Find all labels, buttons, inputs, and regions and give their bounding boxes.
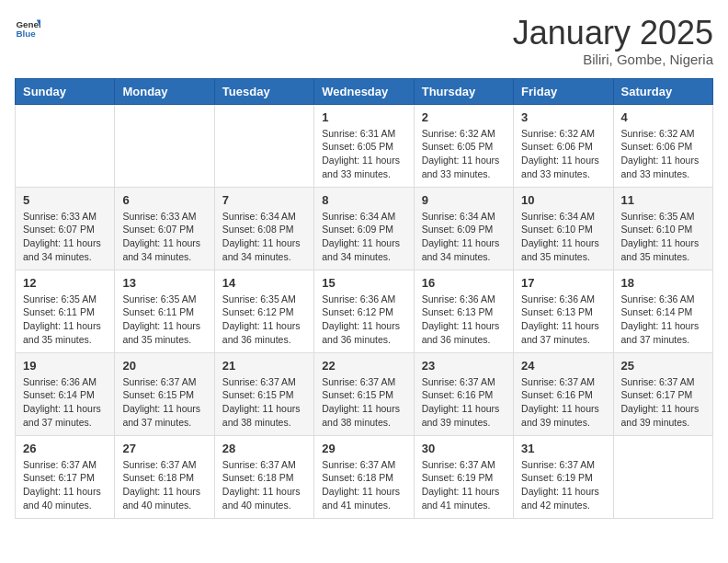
calendar-cell: 15Sunrise: 6:36 AM Sunset: 6:12 PM Dayli… [314, 270, 414, 352]
day-info: Sunrise: 6:35 AM Sunset: 6:11 PM Dayligh… [122, 293, 206, 347]
day-number: 25 [621, 359, 705, 373]
day-info: Sunrise: 6:36 AM Sunset: 6:13 PM Dayligh… [422, 293, 506, 347]
calendar-cell: 16Sunrise: 6:36 AM Sunset: 6:13 PM Dayli… [414, 270, 513, 352]
day-number: 13 [122, 276, 206, 290]
day-info: Sunrise: 6:34 AM Sunset: 6:08 PM Dayligh… [222, 210, 306, 264]
calendar-cell: 17Sunrise: 6:36 AM Sunset: 6:13 PM Dayli… [514, 270, 613, 352]
day-info: Sunrise: 6:37 AM Sunset: 6:19 PM Dayligh… [422, 458, 506, 512]
calendar-cell: 19Sunrise: 6:36 AM Sunset: 6:14 PM Dayli… [16, 352, 115, 435]
calendar-week-row: 26Sunrise: 6:37 AM Sunset: 6:17 PM Dayli… [16, 435, 713, 518]
day-info: Sunrise: 6:36 AM Sunset: 6:13 PM Dayligh… [521, 293, 605, 347]
day-number: 17 [521, 276, 605, 290]
day-info: Sunrise: 6:34 AM Sunset: 6:09 PM Dayligh… [322, 210, 405, 264]
day-number: 24 [521, 359, 605, 373]
weekday-header: Thursday [414, 78, 513, 104]
calendar-cell: 29Sunrise: 6:37 AM Sunset: 6:18 PM Dayli… [314, 435, 414, 518]
calendar-cell: 23Sunrise: 6:37 AM Sunset: 6:16 PM Dayli… [414, 352, 513, 435]
calendar-cell [214, 104, 313, 187]
svg-text:Blue: Blue [16, 29, 36, 39]
day-number: 21 [222, 359, 306, 373]
day-info: Sunrise: 6:37 AM Sunset: 6:16 PM Dayligh… [521, 375, 605, 430]
calendar-cell: 22Sunrise: 6:37 AM Sunset: 6:15 PM Dayli… [314, 352, 414, 435]
day-number: 5 [23, 193, 107, 207]
location-subtitle: Biliri, Gombe, Nigeria [513, 52, 713, 67]
day-info: Sunrise: 6:34 AM Sunset: 6:09 PM Dayligh… [422, 210, 506, 264]
day-info: Sunrise: 6:33 AM Sunset: 6:07 PM Dayligh… [23, 210, 107, 264]
calendar-table: SundayMondayTuesdayWednesdayThursdayFrid… [15, 78, 713, 519]
calendar-cell: 21Sunrise: 6:37 AM Sunset: 6:15 PM Dayli… [214, 352, 313, 435]
day-info: Sunrise: 6:36 AM Sunset: 6:12 PM Dayligh… [322, 293, 405, 347]
calendar-cell: 18Sunrise: 6:36 AM Sunset: 6:14 PM Dayli… [613, 270, 712, 352]
calendar-cell: 28Sunrise: 6:37 AM Sunset: 6:18 PM Dayli… [214, 435, 313, 518]
weekday-header: Tuesday [214, 78, 313, 104]
logo: General Blue [15, 15, 40, 40]
day-info: Sunrise: 6:32 AM Sunset: 6:06 PM Dayligh… [621, 127, 705, 181]
day-info: Sunrise: 6:32 AM Sunset: 6:06 PM Dayligh… [521, 127, 605, 181]
calendar-cell [16, 104, 115, 187]
weekday-header-row: SundayMondayTuesdayWednesdayThursdayFrid… [16, 78, 713, 104]
calendar-cell [613, 435, 712, 518]
day-info: Sunrise: 6:36 AM Sunset: 6:14 PM Dayligh… [621, 293, 705, 347]
weekday-header: Friday [514, 78, 613, 104]
calendar-cell: 26Sunrise: 6:37 AM Sunset: 6:17 PM Dayli… [16, 435, 115, 518]
day-number: 14 [222, 276, 306, 290]
calendar-cell: 30Sunrise: 6:37 AM Sunset: 6:19 PM Dayli… [414, 435, 513, 518]
day-number: 6 [122, 193, 206, 207]
day-info: Sunrise: 6:35 AM Sunset: 6:12 PM Dayligh… [222, 293, 306, 347]
calendar-cell: 5Sunrise: 6:33 AM Sunset: 6:07 PM Daylig… [16, 187, 115, 270]
calendar-cell: 14Sunrise: 6:35 AM Sunset: 6:12 PM Dayli… [214, 270, 313, 352]
calendar-week-row: 12Sunrise: 6:35 AM Sunset: 6:11 PM Dayli… [16, 270, 713, 352]
day-info: Sunrise: 6:37 AM Sunset: 6:18 PM Dayligh… [222, 458, 306, 512]
day-number: 8 [322, 193, 405, 207]
calendar-cell: 8Sunrise: 6:34 AM Sunset: 6:09 PM Daylig… [314, 187, 414, 270]
day-number: 31 [521, 442, 605, 455]
calendar-cell: 11Sunrise: 6:35 AM Sunset: 6:10 PM Dayli… [613, 187, 712, 270]
day-info: Sunrise: 6:37 AM Sunset: 6:17 PM Dayligh… [621, 375, 705, 430]
day-number: 28 [222, 442, 306, 455]
day-number: 12 [23, 276, 107, 290]
day-number: 30 [422, 442, 506, 455]
calendar-week-row: 5Sunrise: 6:33 AM Sunset: 6:07 PM Daylig… [16, 187, 713, 270]
calendar-cell: 10Sunrise: 6:34 AM Sunset: 6:10 PM Dayli… [514, 187, 613, 270]
calendar-cell: 25Sunrise: 6:37 AM Sunset: 6:17 PM Dayli… [613, 352, 712, 435]
day-info: Sunrise: 6:37 AM Sunset: 6:15 PM Dayligh… [122, 375, 206, 430]
day-number: 9 [422, 193, 506, 207]
month-year-title: January 2025 [513, 15, 713, 52]
day-number: 29 [322, 442, 405, 455]
day-info: Sunrise: 6:35 AM Sunset: 6:10 PM Dayligh… [621, 210, 705, 264]
calendar-cell: 4Sunrise: 6:32 AM Sunset: 6:06 PM Daylig… [613, 104, 712, 187]
day-info: Sunrise: 6:37 AM Sunset: 6:15 PM Dayligh… [222, 375, 306, 430]
calendar-cell: 20Sunrise: 6:37 AM Sunset: 6:15 PM Dayli… [115, 352, 214, 435]
day-info: Sunrise: 6:35 AM Sunset: 6:11 PM Dayligh… [23, 293, 107, 347]
day-info: Sunrise: 6:37 AM Sunset: 6:18 PM Dayligh… [322, 458, 405, 512]
weekday-header: Sunday [16, 78, 115, 104]
calendar-cell: 9Sunrise: 6:34 AM Sunset: 6:09 PM Daylig… [414, 187, 513, 270]
day-number: 7 [222, 193, 306, 207]
calendar-cell [115, 104, 214, 187]
calendar-cell: 13Sunrise: 6:35 AM Sunset: 6:11 PM Dayli… [115, 270, 214, 352]
day-number: 4 [621, 110, 705, 124]
day-info: Sunrise: 6:37 AM Sunset: 6:19 PM Dayligh… [521, 458, 605, 512]
day-number: 18 [621, 276, 705, 290]
day-info: Sunrise: 6:37 AM Sunset: 6:15 PM Dayligh… [322, 375, 405, 430]
calendar-cell: 2Sunrise: 6:32 AM Sunset: 6:05 PM Daylig… [414, 104, 513, 187]
day-number: 11 [621, 193, 705, 207]
day-number: 26 [23, 442, 107, 455]
calendar-cell: 27Sunrise: 6:37 AM Sunset: 6:18 PM Dayli… [115, 435, 214, 518]
calendar-cell: 7Sunrise: 6:34 AM Sunset: 6:08 PM Daylig… [214, 187, 313, 270]
day-number: 15 [322, 276, 405, 290]
day-info: Sunrise: 6:32 AM Sunset: 6:05 PM Dayligh… [422, 127, 506, 181]
calendar-cell: 1Sunrise: 6:31 AM Sunset: 6:05 PM Daylig… [314, 104, 414, 187]
day-info: Sunrise: 6:31 AM Sunset: 6:05 PM Dayligh… [322, 127, 405, 181]
logo-icon: General Blue [15, 15, 40, 40]
calendar-cell: 12Sunrise: 6:35 AM Sunset: 6:11 PM Dayli… [16, 270, 115, 352]
day-number: 10 [521, 193, 605, 207]
calendar-week-row: 1Sunrise: 6:31 AM Sunset: 6:05 PM Daylig… [16, 104, 713, 187]
day-info: Sunrise: 6:37 AM Sunset: 6:18 PM Dayligh… [122, 458, 206, 512]
day-number: 19 [23, 359, 107, 373]
day-number: 16 [422, 276, 506, 290]
day-number: 3 [521, 110, 605, 124]
day-info: Sunrise: 6:36 AM Sunset: 6:14 PM Dayligh… [23, 375, 107, 430]
day-info: Sunrise: 6:37 AM Sunset: 6:16 PM Dayligh… [422, 375, 506, 430]
day-number: 1 [322, 110, 405, 124]
